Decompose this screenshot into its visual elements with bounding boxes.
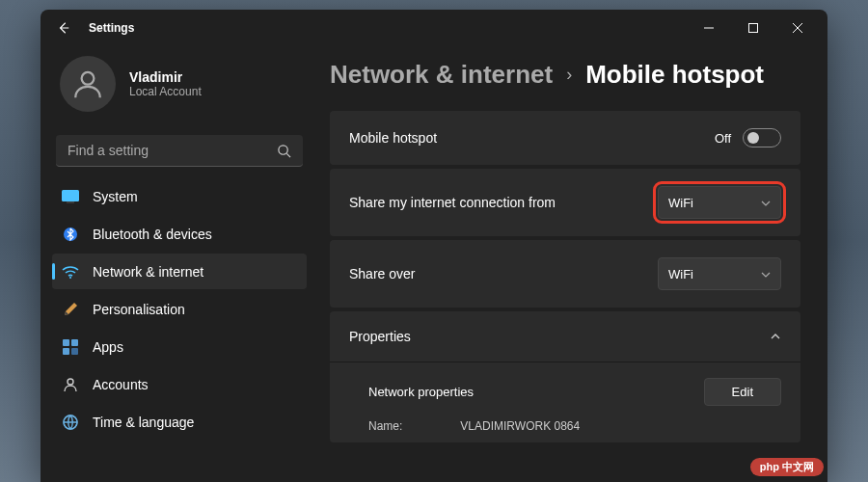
properties-header[interactable]: Properties <box>330 311 800 362</box>
titlebar: Settings <box>41 10 827 46</box>
panel-label: Mobile hotspot <box>349 130 715 146</box>
user-text: Vladimir Local Account <box>129 69 202 98</box>
close-icon <box>793 23 802 33</box>
breadcrumb-current: Mobile hotspot <box>585 60 764 90</box>
breadcrumb-separator: › <box>566 65 572 85</box>
window-title: Settings <box>89 21 134 35</box>
panel-properties: Properties Network properties Edit Name:… <box>330 311 800 442</box>
hotspot-toggle-group: Off <box>715 128 781 147</box>
back-button[interactable] <box>48 13 79 43</box>
panel-label: Properties <box>349 329 770 344</box>
sidebar-item-apps[interactable]: Apps <box>52 329 307 364</box>
dropdown-value: WiFi <box>668 196 753 210</box>
properties-body: Network properties Edit Name: VLADIMIRWO… <box>330 362 800 442</box>
system-icon <box>62 188 79 205</box>
wifi-icon <box>62 263 79 281</box>
main-panel: Network & internet › Mobile hotspot Mobi… <box>318 46 827 482</box>
accounts-icon <box>62 376 79 393</box>
close-button[interactable] <box>775 13 820 43</box>
name-row: Name: VLADIMIRWORK 0864 <box>368 415 781 433</box>
sidebar-item-system[interactable]: System <box>52 178 307 214</box>
maximize-icon <box>748 23 758 33</box>
sidebar-item-label: Bluetooth & devices <box>93 227 212 242</box>
share-from-dropdown[interactable]: WiFi <box>658 186 781 219</box>
maximize-button[interactable] <box>731 13 775 43</box>
svg-point-1 <box>82 72 95 85</box>
breadcrumb: Network & internet › Mobile hotspot <box>330 60 800 90</box>
name-label: Name: <box>368 419 402 433</box>
minimize-button[interactable] <box>687 13 731 43</box>
svg-point-2 <box>279 145 287 153</box>
settings-window: Settings Vladimir Local Account <box>41 10 827 482</box>
sidebar: Vladimir Local Account System Bluetooth … <box>41 46 318 482</box>
sidebar-item-network[interactable]: Network & internet <box>52 254 307 289</box>
search-icon <box>277 144 291 158</box>
sidebar-item-label: System <box>93 189 138 204</box>
toggle-knob <box>747 132 759 144</box>
svg-rect-4 <box>67 201 74 203</box>
hotspot-toggle[interactable] <box>743 128 781 147</box>
svg-rect-10 <box>71 348 78 355</box>
panel-label: Share over <box>349 266 658 281</box>
sidebar-item-label: Apps <box>93 339 123 355</box>
name-value: VLADIMIRWORK 0864 <box>460 419 580 433</box>
toggle-state-text: Off <box>715 131 731 146</box>
watermark: php 中文网 <box>750 458 824 476</box>
avatar <box>60 56 116 112</box>
sidebar-item-label: Personalisation <box>93 302 185 317</box>
breadcrumb-parent[interactable]: Network & internet <box>330 60 553 90</box>
chevron-down-icon <box>761 196 771 210</box>
minimize-icon <box>704 23 714 33</box>
panel-share-over: Share over WiFi <box>330 240 800 308</box>
sidebar-item-label: Time & language <box>93 415 194 430</box>
svg-point-6 <box>69 277 71 279</box>
dropdown-value: WiFi <box>668 267 753 281</box>
chevron-down-icon <box>761 267 771 281</box>
svg-rect-9 <box>63 348 69 355</box>
chevron-up-icon <box>770 329 781 344</box>
svg-rect-3 <box>62 190 79 201</box>
share-over-dropdown[interactable]: WiFi <box>658 257 781 290</box>
back-arrow-icon <box>57 21 70 35</box>
search-box[interactable] <box>56 135 303 167</box>
sidebar-item-time[interactable]: Time & language <box>52 404 307 440</box>
sidebar-item-label: Network & internet <box>93 264 203 280</box>
clock-globe-icon <box>62 414 79 431</box>
panel-mobile-hotspot: Mobile hotspot Off <box>330 111 800 165</box>
svg-rect-8 <box>71 339 78 346</box>
nav-list: System Bluetooth & devices Network & int… <box>52 178 307 440</box>
sidebar-item-accounts[interactable]: Accounts <box>52 366 307 402</box>
svg-point-11 <box>68 379 73 385</box>
edit-button[interactable]: Edit <box>704 378 781 406</box>
svg-rect-0 <box>749 24 758 33</box>
user-icon <box>71 67 104 100</box>
bluetooth-icon <box>62 226 79 243</box>
svg-rect-7 <box>63 339 69 346</box>
network-properties-label: Network properties <box>368 385 474 399</box>
content-area: Vladimir Local Account System Bluetooth … <box>41 46 827 482</box>
window-controls <box>687 13 820 43</box>
panel-share-from: Share my internet connection from WiFi <box>330 169 800 236</box>
apps-icon <box>62 338 79 356</box>
sidebar-item-bluetooth[interactable]: Bluetooth & devices <box>52 216 307 252</box>
search-input[interactable] <box>68 143 277 158</box>
panel-label: Share my internet connection from <box>349 195 658 210</box>
sidebar-item-label: Accounts <box>93 377 149 392</box>
personalisation-icon <box>62 301 79 318</box>
sidebar-item-personalisation[interactable]: Personalisation <box>52 291 307 327</box>
user-block[interactable]: Vladimir Local Account <box>52 46 307 131</box>
network-properties-row: Network properties Edit <box>368 368 781 415</box>
user-subtitle: Local Account <box>129 85 202 98</box>
user-name: Vladimir <box>129 69 202 85</box>
